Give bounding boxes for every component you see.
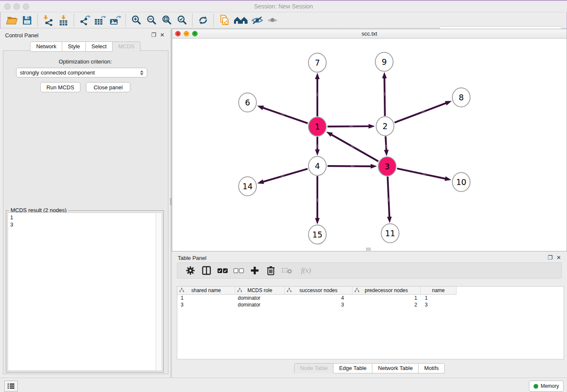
home-icon[interactable] [232,14,250,27]
zoom-in-icon[interactable] [129,14,144,27]
edge-4-14[interactable] [257,169,308,184]
title-bar: Session: New Session [0,1,567,12]
graph-node-3[interactable]: 3 [378,157,396,176]
hide-panel-eye-icon[interactable] [250,14,265,27]
gear-icon[interactable] [183,264,198,277]
edge-1-7[interactable] [315,73,320,116]
zoom-selected-icon[interactable] [174,14,190,27]
show-panel-eye-icon[interactable] [265,14,280,27]
close-table-panel-icon[interactable]: ✕ [556,254,561,261]
table-header-row: shared nameMCDS rolesuccessor nodesprede… [177,287,564,295]
zoom-fit-icon[interactable] [159,14,174,27]
table-row[interactable]: 3dominator323 [177,301,564,308]
result-scrollbar[interactable] [156,213,162,371]
mcds-result-list[interactable]: 13 [8,213,156,371]
export-network-icon[interactable] [77,14,92,27]
column-header-predecessor-nodes[interactable]: predecessor nodes [352,287,421,295]
node-label: 1 [315,122,320,131]
session-title: Session: New Session [0,3,567,10]
network-window-titlebar[interactable]: x – + scc.txt [172,29,567,39]
column-header-name[interactable]: name [421,287,457,295]
edge-4-15[interactable] [315,176,320,224]
tab-motifs[interactable]: Motifs [418,363,445,373]
graph-node-1[interactable]: 1 [308,117,326,136]
first-neighbors-icon[interactable] [217,14,232,27]
node-label: 4 [315,161,320,171]
edge-3-10[interactable] [397,168,451,181]
column-header-shared-name[interactable]: shared name [177,287,235,295]
function-builder-icon[interactable]: f(x) [296,264,316,277]
delete-table-icon[interactable] [280,264,294,277]
toolbar-separator [213,14,214,27]
save-session-icon[interactable] [19,14,35,27]
export-table-icon[interactable] [92,14,107,27]
tab-mcds[interactable]: MCDS [113,41,140,52]
close-panel-button[interactable]: Close panel [86,82,130,92]
float-panel-icon[interactable]: ❐ [151,32,156,38]
edge-1-4[interactable] [315,137,320,156]
edge-1-2[interactable] [328,124,375,129]
select-stepper-icon [140,70,143,75]
show-columns-icon[interactable] [199,264,214,277]
tab-edge-table[interactable]: Edge Table [333,363,372,373]
graph-node-6[interactable]: 6 [239,93,256,112]
column-header-MCDS-role[interactable]: MCDS role [235,287,285,295]
control-panel-title: Control Panel [5,32,39,39]
mcds-result-group: MCDS result (2 nodes) 13 [6,210,164,373]
graph-node-10[interactable]: 10 [452,173,470,192]
graph-node-15[interactable]: 15 [308,225,326,244]
memory-button[interactable]: Memory [529,381,564,392]
result-item: 1 [10,214,154,221]
graph-node-4[interactable]: 4 [308,157,326,176]
export-image-icon[interactable] [107,14,123,27]
import-network-icon[interactable] [41,14,56,27]
table-cell: 2 [352,301,421,308]
column-label: predecessor nodes [365,287,408,293]
tab-style[interactable]: Style [62,41,86,52]
deselect-all-icon[interactable] [231,264,246,277]
tab-network[interactable]: Network [30,41,62,52]
network-canvas[interactable]: 7968124314101511 [172,38,567,251]
table-cell: 3 [285,301,352,308]
select-all-icon[interactable] [215,264,230,277]
run-mcds-button[interactable]: Run MCDS [40,82,80,92]
zoom-out-icon[interactable] [144,14,159,27]
edge-1-6[interactable] [257,106,308,124]
delete-column-icon[interactable] [264,264,278,277]
edge-2-8[interactable] [394,101,451,122]
edge-2-9[interactable] [382,72,387,116]
float-table-panel-icon[interactable]: ❐ [548,254,553,261]
table-cell: 1 [421,295,457,301]
column-header-successor-nodes[interactable]: successor nodes [285,287,352,295]
criterion-select[interactable]: strongly connected component [16,68,147,77]
graph-node-8[interactable]: 8 [452,88,470,107]
graph-node-14[interactable]: 14 [239,177,256,196]
edge-4-3[interactable] [328,164,377,168]
tab-select[interactable]: Select [86,41,113,52]
node-label: 14 [242,182,253,191]
edge-3-11[interactable] [387,177,392,223]
canvas-grip[interactable] [366,248,371,251]
task-list-icon[interactable] [4,381,18,392]
refresh-icon[interactable] [195,14,211,27]
graph-node-2[interactable]: 2 [376,117,394,136]
toolbar-separator [192,14,193,27]
edge-2-3[interactable] [384,136,388,156]
tab-network-table[interactable]: Network Table [372,363,418,373]
optimization-criterion-label: Optimization criterion: [0,58,171,65]
graph-node-11[interactable]: 11 [381,224,399,243]
node-table: shared nameMCDS rolesuccessor nodesprede… [177,286,564,359]
edge-3-1[interactable] [326,132,378,161]
graph-node-9[interactable]: 9 [375,52,393,72]
add-column-icon[interactable] [248,264,262,277]
network-title: scc.txt [172,30,567,37]
node-label: 15 [312,230,322,239]
column-label: MCDS role [248,287,272,293]
table-row[interactable]: 1dominator411 [177,295,564,301]
close-panel-icon[interactable]: ✕ [160,32,165,38]
table-body: 1dominator4113dominator323 [177,295,564,308]
import-table-icon[interactable] [56,14,71,27]
tab-node-table[interactable]: Node Table [294,363,334,373]
open-session-icon[interactable] [4,14,19,27]
graph-node-7[interactable]: 7 [308,53,326,72]
